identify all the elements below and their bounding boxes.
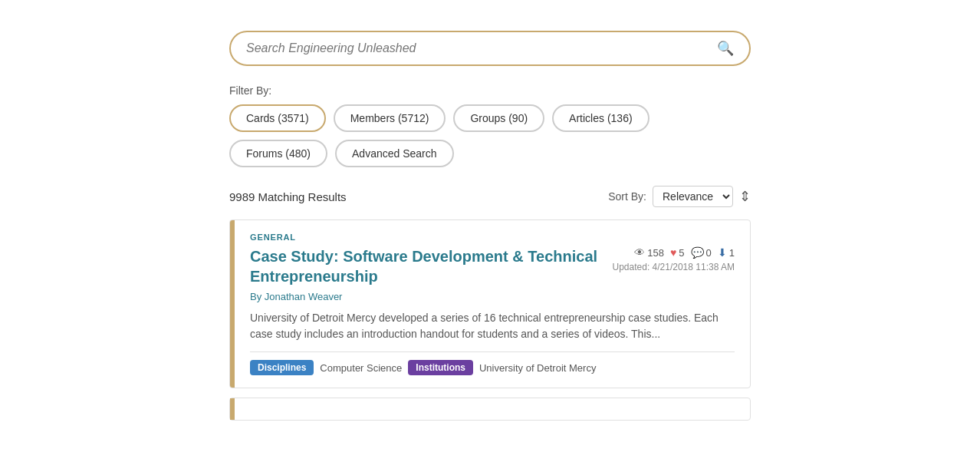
stat-views: 👁 158 <box>634 246 664 259</box>
search-bar: 🔍 <box>229 31 751 66</box>
card-author[interactable]: By Jonathan Weaver <box>250 291 735 302</box>
tag-institutions[interactable]: Institutions <box>408 360 473 375</box>
search-icon[interactable]: 🔍 <box>717 40 734 57</box>
card-stats-row: 👁 158 ♥ 5 💬 0 ⬇ 1 <box>613 246 735 259</box>
stat-downloads: ⬇ 1 <box>718 246 735 259</box>
filter-btn-cards[interactable]: Cards (3571) <box>229 104 326 132</box>
result-card-stub <box>229 398 751 421</box>
tag-university: University of Detroit Mercy <box>479 362 596 374</box>
search-input[interactable] <box>246 41 717 55</box>
card-body: GENERAL Case Study: Software Development… <box>235 220 750 388</box>
filter-buttons-row-1: Cards (3571) Members (5712) Groups (90) … <box>229 104 751 132</box>
page-wrapper: 🔍 Filter By: Cards (3571) Members (5712)… <box>214 0 766 436</box>
filter-section: Filter By: Cards (3571) Members (5712) G… <box>229 84 751 167</box>
comment-icon: 💬 <box>691 246 704 259</box>
tag-disciplines[interactable]: Disciplines <box>250 360 314 375</box>
filter-btn-forums[interactable]: Forums (480) <box>229 140 327 167</box>
card-stats: 👁 158 ♥ 5 💬 0 ⬇ 1 <box>613 246 735 272</box>
comments-count: 0 <box>706 247 712 259</box>
likes-count: 5 <box>679 247 684 259</box>
filter-btn-advanced-search[interactable]: Advanced Search <box>335 140 454 167</box>
result-card: GENERAL Case Study: Software Development… <box>229 219 751 388</box>
filter-label: Filter By: <box>229 84 751 97</box>
download-icon: ⬇ <box>718 246 727 259</box>
sort-section: Sort By: Relevance Date Views Likes ⇕ <box>608 186 751 207</box>
card-category: GENERAL <box>250 233 735 242</box>
card-title[interactable]: Case Study: Software Development & Techn… <box>250 246 603 286</box>
sort-icon[interactable]: ⇕ <box>739 188 751 205</box>
sort-label: Sort By: <box>608 190 646 203</box>
sort-select[interactable]: Relevance Date Views Likes <box>653 186 733 207</box>
heart-icon: ♥ <box>670 246 676 259</box>
card-stub-accent <box>230 398 235 420</box>
stat-comments: 💬 0 <box>691 246 712 259</box>
filter-btn-groups[interactable]: Groups (90) <box>453 104 544 132</box>
views-count: 158 <box>647 247 664 259</box>
results-header: 9989 Matching Results Sort By: Relevance… <box>229 183 751 207</box>
filter-btn-members[interactable]: Members (5712) <box>334 104 446 132</box>
card-updated: Updated: 4/21/2018 11:38 AM <box>613 262 735 272</box>
filter-btn-articles[interactable]: Articles (136) <box>552 104 649 132</box>
results-count: 9989 Matching Results <box>229 190 347 203</box>
card-title-row: Case Study: Software Development & Techn… <box>250 246 735 286</box>
card-description: University of Detroit Mercy developed a … <box>250 310 735 342</box>
eye-icon: 👁 <box>634 246 645 259</box>
card-divider <box>250 351 735 352</box>
filter-buttons-row-2: Forums (480) Advanced Search <box>229 140 751 167</box>
downloads-count: 1 <box>729 247 735 259</box>
tag-computer-science: Computer Science <box>320 362 402 374</box>
stat-likes: ♥ 5 <box>670 246 685 259</box>
card-tags: Disciplines Computer Science Institution… <box>250 360 735 375</box>
